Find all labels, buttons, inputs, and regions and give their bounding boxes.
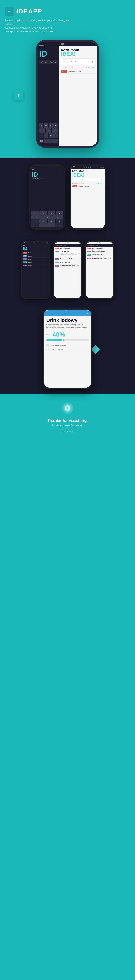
- right-item-app[interactable]: APP Śniadania do łóżka: [86, 250, 113, 253]
- mid-drink-title: Drink lodowy: [60, 251, 80, 252]
- list-item-app2[interactable]: APP Kupo...: [22, 264, 49, 267]
- right-phone-screen: 9:41 AM 100% SAVE YOUR IDEA! ENTER IDEA.…: [71, 165, 105, 228]
- food-tag-tri: FOOD: [23, 252, 27, 254]
- list-item-app[interactable]: APP Śnia...: [22, 258, 49, 261]
- enter-idea-input-right[interactable]: ENTER IDEA... +: [72, 178, 103, 181]
- hamburger-icon-left-sm[interactable]: [32, 169, 34, 170]
- checkbox-1[interactable]: [47, 344, 49, 347]
- key-x[interactable]: X: [49, 134, 53, 138]
- hamburger-icon-right[interactable]: [61, 43, 64, 45]
- signal-dot-r: [88, 242, 88, 243]
- back-arrow-right[interactable]: ‹: [87, 244, 88, 246]
- tri-phone-left: 9:41 AM 100% ID FOOD Biała DRINK Drin...: [21, 241, 50, 299]
- idea-item-food[interactable]: FOOD Biała kiełbacha: [59, 69, 97, 74]
- list-item-thing[interactable]: THING Rowe...: [22, 261, 49, 264]
- battery-icon: 100%: [100, 167, 103, 168]
- mid-item-app[interactable]: APP Śniadania do łóżka: [54, 258, 81, 261]
- idea-text-right: Biała kiełbacha: [78, 186, 89, 187]
- key-d[interactable]: D: [52, 128, 58, 133]
- white-topbar: 9:41 AM 100%: [71, 165, 105, 169]
- two-phones-section: ▲ ID ENTER IDEA... Q W E R A S D: [0, 158, 135, 236]
- three-phones-section: 9:41 AM 100% ID FOOD Biała DRINK Drin...: [0, 236, 135, 304]
- detail-battery: 100%: [86, 310, 89, 311]
- tri-statusbar-mid: 9:41 AM 100%: [54, 242, 81, 244]
- key-s[interactable]: S: [45, 128, 51, 133]
- idea-text: Biała kiełbacha: [69, 70, 81, 72]
- detail-description: Eksperymentalny z 5 kostkami czarnego lo…: [44, 323, 91, 330]
- sig-d2: [47, 310, 48, 311]
- hamburger-icon-right-sm[interactable]: [72, 167, 75, 168]
- enter-idea-input[interactable]: ENTER IDEA... +: [61, 59, 96, 65]
- key-e[interactable]: E: [49, 123, 53, 127]
- tri-topbar-mid: ‹ PREVIOUS IDEAS: [54, 244, 81, 247]
- key-c[interactable]: C: [53, 134, 58, 138]
- back-arrow-mid[interactable]: ‹: [55, 244, 56, 246]
- key-q-sm[interactable]: Q: [31, 212, 39, 215]
- time-mid: 9:41 AM: [65, 242, 69, 243]
- battery-left: 100%: [45, 242, 48, 243]
- task-text-1: Zrobić drinka testowego: [50, 345, 66, 346]
- plus-input-icon: +: [101, 179, 102, 181]
- key-d-sm[interactable]: D: [53, 215, 63, 219]
- back-arrow-detail[interactable]: ‹: [46, 313, 47, 315]
- mid-item-thing[interactable]: THING Rower bez kół: [54, 261, 81, 264]
- key-shift-sm[interactable]: ⇧: [31, 220, 39, 223]
- app-icon: +: [5, 7, 14, 16]
- mid-item-drink[interactable]: DRINK Drink lodowy Eksperymentalny z 5 k…: [54, 250, 81, 258]
- key-r-sm[interactable]: R: [56, 212, 63, 215]
- key-123-sm[interactable]: 123: [31, 223, 39, 227]
- save-your-idea-heading: SAVE YOUR IDEA!: [59, 46, 97, 57]
- key-space-sm[interactable]: [39, 223, 55, 227]
- time-display: 9:41 AM: [84, 166, 91, 168]
- key-q[interactable]: Q: [39, 123, 43, 127]
- battery-mid: 100%: [77, 242, 80, 243]
- key-x-sm[interactable]: X: [48, 220, 55, 223]
- key-z-sm[interactable]: Z: [39, 220, 47, 223]
- signal-dot-2: [33, 167, 33, 167]
- food-tag-right: FOOD: [72, 185, 77, 187]
- item-text-app2: Kupo...: [28, 265, 33, 266]
- input-plus-icon: +: [92, 60, 93, 64]
- key-w[interactable]: W: [44, 123, 48, 127]
- progress-fill: [47, 339, 63, 341]
- right-phone: 9:41 AM 100% SAVE YOUR IDEA! ENTER IDEA.…: [70, 164, 106, 229]
- right-item-thing[interactable]: THING Rower bez kół: [86, 253, 113, 257]
- checkbox-2[interactable]: [47, 348, 49, 350]
- key-a-sm[interactable]: A: [31, 215, 42, 219]
- key-del-sm[interactable]: ⌫: [56, 220, 63, 223]
- detail-category-label: DRINKS: [64, 313, 70, 315]
- right-thing-title: Rower bez kół: [92, 254, 102, 256]
- task-item-2[interactable]: Zrobić z 10 drinów: [47, 347, 89, 351]
- mid-item-food[interactable]: FOOD Biała kiełbacha: [54, 247, 81, 250]
- plus-add-button[interactable]: +: [13, 90, 23, 100]
- edit-icon[interactable]: ✎: [87, 313, 89, 315]
- right-app-title: Śniadania do łóżka: [92, 251, 105, 252]
- key-s-sm[interactable]: S: [42, 215, 53, 219]
- hamburger-icon[interactable]: [39, 44, 44, 47]
- task-item-1[interactable]: Zrobić drinka testowego: [47, 344, 89, 347]
- footer-brand: Tjuajur.com: [5, 431, 130, 433]
- key-r[interactable]: R: [53, 123, 58, 127]
- hamburger-tri-left[interactable]: [23, 244, 25, 245]
- key-w-sm[interactable]: W: [39, 212, 47, 215]
- status-bar-left: ▲: [31, 165, 64, 168]
- key-z[interactable]: Z: [44, 134, 48, 138]
- idea-item-food-right[interactable]: FOOD Biała kiełbacha: [71, 185, 105, 188]
- right-item-app2[interactable]: APP Kupowanie biletów do kina: [86, 257, 113, 260]
- enter-idea-text-sm: ENTER IDEA...: [31, 178, 64, 181]
- key-e-sm[interactable]: E: [48, 212, 55, 215]
- mid-item-app2[interactable]: APP Kupowanie biletów do kina: [54, 264, 81, 267]
- key-a[interactable]: A: [39, 128, 45, 133]
- id-tri-left: ID: [22, 246, 49, 250]
- progress-bar[interactable]: [47, 339, 89, 341]
- key-return-sm[interactable]: ↩: [55, 223, 63, 227]
- list-item-drink[interactable]: DRINK Drin...: [22, 255, 49, 258]
- app-tag-right-tri: APP: [87, 251, 91, 253]
- list-item-food[interactable]: FOOD Biała: [22, 251, 49, 255]
- app-tag-right-tri-2: APP: [87, 258, 91, 259]
- key-shift[interactable]: ⇧: [39, 134, 43, 138]
- progress-thumb[interactable]: [61, 339, 64, 341]
- right-item-food[interactable]: FOOD Biała kiełbacha: [86, 247, 113, 250]
- enter-idea-label: ENTER IDEA...: [39, 60, 58, 64]
- app-tag-mid: APP: [55, 258, 59, 260]
